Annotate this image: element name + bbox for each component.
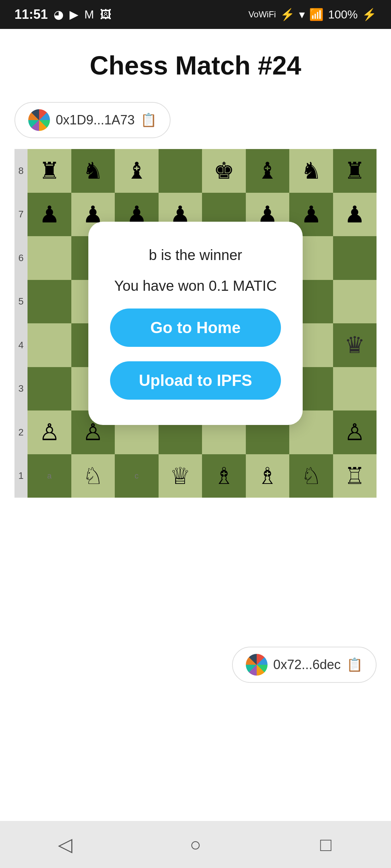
youtube-icon: ▶ — [70, 8, 79, 21]
nav-bar: ◁ ○ □ — [0, 821, 391, 868]
spacer — [0, 697, 391, 821]
avatar-top — [28, 109, 50, 131]
address-badge-top[interactable]: 0x1D9...1A73 📋 — [14, 102, 171, 138]
gmail-icon: M — [84, 8, 94, 21]
status-left: 11:51 ◕ ▶ M 🖼 — [14, 7, 112, 22]
vowifi-icon: VoWiFi — [248, 9, 276, 20]
address-text-bottom: 0x72...6dec — [273, 657, 341, 672]
address-text-top: 0x1D9...1A73 — [56, 112, 135, 128]
status-time: 11:51 — [14, 7, 48, 22]
back-button[interactable]: ◁ — [47, 826, 83, 863]
copy-icon-bottom[interactable]: 📋 — [346, 657, 363, 672]
charging-icon: ⚡ — [362, 8, 377, 21]
signal-icon: 📶 — [309, 8, 324, 21]
modal-box: b is the winner You have won 0.1 MATIC G… — [88, 222, 303, 425]
upload-to-ipfs-button[interactable]: Upload to IPFS — [110, 361, 281, 400]
address-badge-bottom[interactable]: 0x72...6dec 📋 — [232, 647, 377, 683]
chess-board-wrapper: 8 ♜ ♞ ♝ ♚ ♝ ♞ ♜ 7 ♟ ♟ ♟ ♟ — [14, 149, 377, 498]
page-title: Chess Match #24 — [90, 51, 301, 80]
go-to-home-button[interactable]: Go to Home — [110, 309, 281, 347]
prize-text: You have won 0.1 MATIC — [114, 278, 277, 294]
wifi-icon: ▾ — [299, 8, 305, 21]
paranoid-icon: ◕ — [54, 8, 64, 21]
main-content: Chess Match #24 0x1D9...1A73 📋 8 ♜ ♞ ♝ ♚… — [0, 29, 391, 636]
bottom-section: 0x72...6dec 📋 — [0, 636, 391, 697]
battery-text: 100% — [328, 8, 358, 21]
recent-button[interactable]: □ — [308, 826, 344, 863]
copy-icon-top[interactable]: 📋 — [140, 112, 157, 128]
modal-overlay: b is the winner You have won 0.1 MATIC G… — [14, 149, 377, 498]
bluetooth-icon: ⚡ — [280, 8, 295, 21]
avatar-bottom — [246, 654, 268, 676]
winner-text: b is the winner — [149, 247, 242, 263]
status-right: VoWiFi ⚡ ▾ 📶 100% ⚡ — [248, 8, 377, 21]
status-bar: 11:51 ◕ ▶ M 🖼 VoWiFi ⚡ ▾ 📶 100% ⚡ — [0, 0, 391, 29]
gallery-icon: 🖼 — [100, 8, 112, 21]
home-button[interactable]: ○ — [177, 826, 214, 863]
